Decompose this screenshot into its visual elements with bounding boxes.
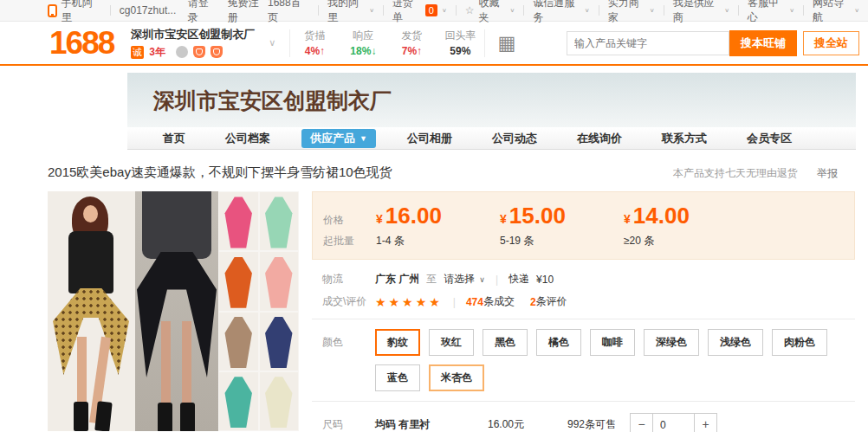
cart-menu[interactable]: 进货单 0 ∨ xyxy=(392,0,447,25)
support-label[interactable]: 客服中心 xyxy=(748,0,787,25)
skirt-photo xyxy=(135,191,218,431)
color-option-coffee[interactable]: 咖啡 xyxy=(590,329,635,356)
member-years: 3年 xyxy=(149,45,165,60)
shop-nav: 首页 公司档案 供应产品 ▼ 公司相册 公司动态 在线询价 联系方式 会员专区 xyxy=(127,127,856,150)
currency-symbol: ¥ xyxy=(624,212,631,226)
moq-value: 1-4 条 xyxy=(376,234,500,248)
nav-tab-inquiry[interactable]: 在线询价 xyxy=(557,131,642,146)
decorative-shape xyxy=(158,403,172,431)
deal-suffix: 条成交 xyxy=(483,294,515,309)
color-option-beige[interactable]: 米杏色 xyxy=(429,364,484,391)
divider xyxy=(312,401,855,402)
mobile-ali-link[interactable]: 手机阿里 xyxy=(62,0,101,25)
qr-code-icon[interactable]: ▦ xyxy=(497,34,515,53)
quantity-stepper: − + xyxy=(630,413,717,432)
price-value: 15.00 xyxy=(509,203,566,229)
color-option-orange[interactable]: 橘色 xyxy=(536,329,581,356)
service-menu[interactable]: 诚信通服务 ∨ xyxy=(533,0,589,25)
stat-return-rate: 回头率 59% xyxy=(436,29,484,57)
moq-label: 起批量 xyxy=(323,234,376,248)
chevron-down-icon: ∨ xyxy=(724,7,729,13)
my-ali-menu[interactable]: 我的阿里 ∨ xyxy=(327,0,374,25)
topbar-right: 1688首页 我的阿里 ∨ 进货单 0 ∨ ☆ 收藏夹 ∨ 诚信通服务 ∨ 实力… xyxy=(268,0,859,25)
nav-tab-contact[interactable]: 联系方式 xyxy=(642,131,727,146)
supplier-menu[interactable]: 我是供应商 ∨ xyxy=(673,0,729,25)
decorative-shape xyxy=(182,321,191,408)
nav-tab-profile[interactable]: 公司档案 xyxy=(205,131,290,146)
nav-tab-members[interactable]: 会员专区 xyxy=(727,131,812,146)
product-image[interactable] xyxy=(48,191,299,431)
search-shop-button[interactable]: 搜本旺铺 xyxy=(729,30,797,56)
stat-value: 59% xyxy=(450,45,470,57)
price-box: 价格 ¥16.00 ¥15.00 ¥14.00 起批量 1-4 条 5-19 条 xyxy=(312,191,855,260)
shop-stats: 货描 4%↑ 响应 18%↓ 发货 7%↑ 回头率 59% xyxy=(290,29,484,57)
chevron-down-icon[interactable]: ∨ xyxy=(269,37,275,48)
divider xyxy=(664,5,664,16)
merchants-label[interactable]: 实力商家 xyxy=(608,0,647,25)
skirt-shape xyxy=(262,257,295,308)
service-label[interactable]: 诚信通服务 xyxy=(533,0,582,25)
deal-count[interactable]: 474 xyxy=(466,296,483,308)
chevron-down-icon: ∨ xyxy=(585,7,590,13)
color-option-pink[interactable]: 肉粉色 xyxy=(772,329,827,356)
company-block: 深圳市宝安区创盟制衣厂 诚 3年 xyxy=(131,27,255,60)
merchants-menu[interactable]: 实力商家 ∨ xyxy=(608,0,655,25)
search-input[interactable] xyxy=(567,31,729,55)
chevron-down-icon: ∨ xyxy=(509,7,515,13)
product-content: 2015欧美ebay速卖通爆款，不规则下摆半身雪纺裙10色现货 本产品支持七天无… xyxy=(0,164,868,432)
username-link[interactable]: cg017zhut... xyxy=(120,4,176,16)
register-link[interactable]: 免费注册 xyxy=(228,0,268,25)
sitemap-menu[interactable]: 网站导航 ∨ xyxy=(813,0,859,25)
nav-tab-album[interactable]: 公司相册 xyxy=(387,131,472,146)
swatch xyxy=(259,312,300,371)
color-options: 豹纹 玫红 黑色 橘色 咖啡 深绿色 浅绿色 肉粉色 蓝色 米杏色 xyxy=(375,329,843,391)
color-option-light-green[interactable]: 浅绿色 xyxy=(708,329,763,356)
favorites-menu[interactable]: ☆ 收藏夹 ∨ xyxy=(465,0,515,25)
cart-label[interactable]: 进货单 xyxy=(392,0,421,25)
review-count[interactable]: 2 xyxy=(530,296,536,308)
supplier-label[interactable]: 我是供应商 xyxy=(673,0,722,25)
support-menu[interactable]: 客服中心 ∨ xyxy=(748,0,794,25)
nav-tab-news[interactable]: 公司动态 xyxy=(472,131,557,146)
arrow-up-icon: ↑ xyxy=(417,45,422,57)
price-label: 价格 xyxy=(323,213,376,228)
quantity-minus-button[interactable]: − xyxy=(630,413,653,432)
search-site-button[interactable]: 搜全站 xyxy=(803,31,859,55)
stat-value: 4% xyxy=(305,45,320,57)
destination-select[interactable]: 请选择 xyxy=(444,272,475,287)
home-link[interactable]: 1688首页 xyxy=(268,0,309,25)
divider xyxy=(312,319,855,319)
report-link[interactable]: 举报 xyxy=(817,166,838,181)
quantity-input[interactable] xyxy=(653,413,694,432)
arrow-down-icon: ↓ xyxy=(371,45,376,57)
deals-row: 成交\评价 ★★★★★ | 474 条成交 2 条评价 xyxy=(312,294,855,309)
skirt-shape xyxy=(262,317,295,368)
divider: | xyxy=(453,296,456,308)
login-link[interactable]: 请登录 xyxy=(188,0,218,25)
price-tier: ¥14.00 xyxy=(624,203,748,229)
title-row: 2015欧美ebay速卖通爆款，不规则下摆半身雪纺裙10色现货 本产品支持七天无… xyxy=(48,164,868,181)
swatch xyxy=(218,371,259,431)
color-option-blue[interactable]: 蓝色 xyxy=(375,364,420,391)
company-name[interactable]: 深圳市宝安区创盟制衣厂 xyxy=(131,27,255,42)
logo-1688[interactable]: 1688 xyxy=(49,27,113,59)
sitemap-label[interactable]: 网站导航 xyxy=(813,0,852,25)
favorites-label[interactable]: 收藏夹 xyxy=(479,0,508,25)
chevron-down-icon: ∨ xyxy=(442,7,447,13)
price-tier: ¥15.00 xyxy=(500,203,624,229)
color-option-black[interactable]: 黑色 xyxy=(483,329,528,356)
divider xyxy=(318,5,319,16)
mobile-phone-icon xyxy=(48,4,57,17)
nav-tab-home[interactable]: 首页 xyxy=(143,131,205,146)
arrow-up-icon: ↑ xyxy=(320,45,325,57)
my-ali-label[interactable]: 我的阿里 xyxy=(327,0,366,25)
color-option-rose[interactable]: 玫红 xyxy=(429,329,474,356)
stat-label: 回头率 xyxy=(436,29,484,43)
stat-value: 18% xyxy=(350,45,371,57)
color-option-dark-green[interactable]: 深绿色 xyxy=(644,329,699,356)
decorative-shape xyxy=(142,191,211,259)
divider xyxy=(484,29,485,57)
nav-tab-products[interactable]: 供应产品 ▼ xyxy=(301,129,376,148)
color-option-leopard[interactable]: 豹纹 xyxy=(375,329,420,356)
quantity-plus-button[interactable]: + xyxy=(694,413,717,432)
